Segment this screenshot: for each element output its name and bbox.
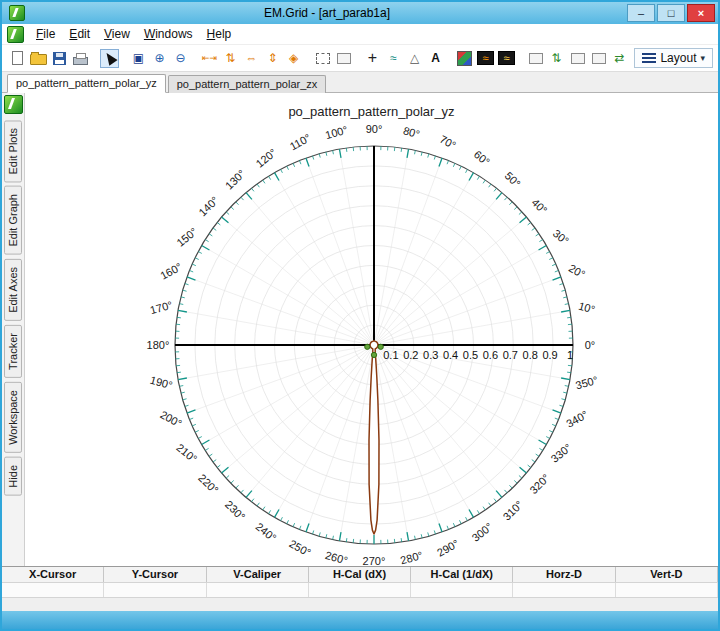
zoom-in[interactable]: ⊕ <box>150 49 169 68</box>
svg-text:100°: 100° <box>324 123 349 141</box>
sidebar-tabs: Edit PlotsEdit GraphEdit AxesTrackerWork… <box>4 118 22 497</box>
svg-text:50°: 50° <box>503 169 523 189</box>
status-col-vert-d: Vert-D <box>616 567 718 582</box>
status-col-x-cursor: X-Cursor <box>2 567 104 582</box>
text-annotation[interactable]: A <box>426 49 445 68</box>
tab-po-pattern-pattern-polar-yz[interactable]: po_pattern_pattern_polar_yz <box>7 74 166 93</box>
curve-tracker-icon: ≈ <box>390 52 397 64</box>
zoom-window[interactable]: ▣ <box>129 49 148 68</box>
svg-text:340°: 340° <box>564 408 590 430</box>
menu-file[interactable]: File <box>29 25 62 43</box>
svg-text:1: 1 <box>567 349 573 361</box>
status-value-vert-d <box>616 583 718 597</box>
svg-text:290°: 290° <box>435 537 461 559</box>
maximize-button[interactable]: □ <box>657 4 685 22</box>
app-logo-icon <box>7 26 24 43</box>
svg-text:0.2: 0.2 <box>403 349 418 361</box>
status-value-x-cursor <box>2 583 104 597</box>
dark-plot-style-1-icon: ≈ <box>477 51 494 65</box>
dark-plot-style-2[interactable]: ≈ <box>497 49 516 68</box>
expand-vertical[interactable]: ⇕ <box>263 49 282 68</box>
svg-text:250°: 250° <box>287 537 313 559</box>
side-tab-tracker[interactable]: Tracker <box>4 325 22 378</box>
menu-view[interactable]: View <box>97 25 137 43</box>
pane-option-1[interactable] <box>526 49 545 68</box>
select-cursor-icon <box>102 50 117 66</box>
expand-horizontal[interactable]: ⇔ <box>242 49 261 68</box>
svg-text:220°: 220° <box>196 472 221 496</box>
select-cursor[interactable] <box>100 49 119 68</box>
pane-option-3[interactable] <box>589 49 608 68</box>
side-tab-edit-axes[interactable]: Edit Axes <box>4 259 22 321</box>
pattern-trace <box>369 341 379 534</box>
fit-horizontal-green[interactable]: ⇄ <box>610 49 629 68</box>
menu-help[interactable]: Help <box>200 25 239 43</box>
svg-text:270°: 270° <box>363 555 386 566</box>
svg-text:170°: 170° <box>149 299 174 317</box>
status-values <box>2 582 718 597</box>
color-plot-icon <box>457 51 472 66</box>
zoom-out[interactable]: ⊖ <box>171 49 190 68</box>
document-tabs: po_pattern_pattern_polar_yzpo_pattern_pa… <box>2 72 718 93</box>
polar-chart[interactable]: 0°10°20°30°40°50°60°70°80°90°100°110°120… <box>25 93 718 566</box>
delta-marker[interactable]: △ <box>405 49 424 68</box>
pane-option-2[interactable] <box>568 49 587 68</box>
svg-text:200°: 200° <box>158 408 184 430</box>
print[interactable] <box>71 49 90 68</box>
color-plot[interactable] <box>455 49 474 68</box>
pane-option-2-icon <box>571 53 585 64</box>
svg-text:0.5: 0.5 <box>463 349 478 361</box>
save-file-icon <box>53 52 66 65</box>
fit-width[interactable]: ⇤⇥ <box>200 49 219 68</box>
svg-text:30°: 30° <box>551 227 571 247</box>
svg-text:300°: 300° <box>469 520 494 544</box>
fit-height-icon: ⇅ <box>225 52 235 64</box>
zoom-in-icon: ⊕ <box>154 52 164 64</box>
status-col-h-cal-dx: H-Cal (dX) <box>309 567 411 582</box>
save-file[interactable] <box>50 49 69 68</box>
title-bar[interactable]: EM.Grid - [art_parab1a] – □ × <box>2 2 718 24</box>
layout-menu-button[interactable]: Layout ▾ <box>634 48 713 68</box>
marquee-select-icon <box>316 53 330 64</box>
status-value-horz-d <box>513 583 615 597</box>
fit-width-icon: ⇤⇥ <box>202 54 217 63</box>
status-filler <box>2 597 718 611</box>
open-file[interactable] <box>29 49 48 68</box>
svg-text:330°: 330° <box>548 441 573 465</box>
fit-all[interactable]: ◈ <box>284 49 303 68</box>
side-tab-workspace[interactable]: Workspace <box>4 382 22 453</box>
side-tab-edit-graph[interactable]: Edit Graph <box>4 186 22 255</box>
svg-text:230°: 230° <box>223 498 248 522</box>
minimize-button[interactable]: – <box>627 4 655 22</box>
status-value-y-cursor <box>104 583 206 597</box>
svg-text:0.4: 0.4 <box>443 349 458 361</box>
tab-po-pattern-pattern-polar-zx[interactable]: po_pattern_pattern_polar_zx <box>168 75 327 93</box>
side-tab-edit-plots[interactable]: Edit Plots <box>4 120 22 182</box>
region-zoom[interactable] <box>334 49 353 68</box>
delta-marker-icon: △ <box>410 52 419 64</box>
dark-plot-style-2-icon: ≈ <box>498 51 515 65</box>
add-cursor[interactable]: + <box>363 49 382 68</box>
menu-edit[interactable]: Edit <box>62 25 97 43</box>
svg-text:90°: 90° <box>366 123 383 135</box>
menu-key-letter: V <box>104 27 112 41</box>
svg-text:0.1: 0.1 <box>383 349 398 361</box>
plot-area[interactable]: po_pattern_pattern_polar_yz 0°10°20°30°4… <box>25 93 718 566</box>
marquee-select[interactable] <box>313 49 332 68</box>
close-button[interactable]: × <box>687 4 715 22</box>
curve-tracker[interactable]: ≈ <box>384 49 403 68</box>
sidebar: Edit PlotsEdit GraphEdit AxesTrackerWork… <box>2 93 25 566</box>
svg-text:160°: 160° <box>158 260 184 282</box>
dark-plot-style-1[interactable]: ≈ <box>476 49 495 68</box>
menu-windows[interactable]: Windows <box>137 25 200 43</box>
fit-height[interactable]: ⇅ <box>221 49 240 68</box>
pane-option-3-icon <box>592 53 606 64</box>
zoom-window-icon: ▣ <box>133 52 144 64</box>
side-tab-hide[interactable]: Hide <box>4 457 22 496</box>
new-document[interactable] <box>8 49 27 68</box>
layout-label: Layout <box>660 51 696 65</box>
new-document-icon <box>12 51 23 65</box>
svg-text:80°: 80° <box>402 124 421 140</box>
svg-text:0.7: 0.7 <box>503 349 518 361</box>
fit-vertical-green[interactable]: ⇅ <box>547 49 566 68</box>
